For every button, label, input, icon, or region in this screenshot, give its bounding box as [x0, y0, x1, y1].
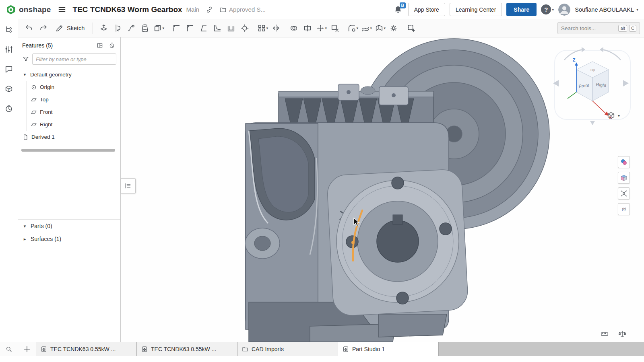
doc-tab-cad-imports[interactable]: CAD Imports: [237, 342, 338, 356]
chevron-right-icon[interactable]: ▸: [22, 237, 27, 242]
chevron-down-icon[interactable]: ▾: [22, 72, 27, 77]
tool-thicken-button[interactable]: ▾: [152, 21, 165, 35]
x-axis: [592, 101, 606, 114]
configurations-button[interactable]: [3, 43, 15, 56]
tool-surface-button[interactable]: ▾: [359, 21, 373, 35]
parts-section[interactable]: ▾ Parts (0): [18, 220, 120, 232]
tool-split-button[interactable]: [301, 21, 314, 35]
toolbar-group-gap: [165, 28, 169, 29]
viewport-3d[interactable]: Top Front Right Z X ▾ (x): [121, 37, 644, 342]
main-toolbar: Sketch ▾▾▾▾▾▾ alt C: [18, 19, 644, 37]
surfaces-section[interactable]: ▸ Surfaces (1): [18, 232, 120, 245]
tool-loft-button[interactable]: [138, 21, 152, 35]
doc-tab-part-studio-1[interactable]: Part Studio 1: [338, 342, 439, 356]
measure-button[interactable]: [599, 328, 610, 339]
plane-icon: [31, 97, 37, 103]
tool-delete-part-button[interactable]: [328, 21, 342, 35]
tool-linear-pattern-button[interactable]: ▾: [256, 21, 269, 35]
document-location[interactable]: Approved S...: [219, 6, 266, 13]
onshape-logo[interactable]: onshape: [6, 4, 51, 15]
rotate-down-arrow[interactable]: [590, 121, 595, 125]
tool-hole-button[interactable]: [238, 21, 252, 35]
tool-chamfer-button[interactable]: [183, 21, 197, 35]
feature-tree-row[interactable]: ▾Default geometry: [18, 68, 120, 81]
tool-transform-button[interactable]: ▾: [314, 21, 328, 35]
loft-icon: [140, 24, 149, 33]
output-flange[interactable]: [326, 169, 469, 316]
tool-box-select-button[interactable]: [405, 21, 418, 35]
search-tools-box[interactable]: alt C: [557, 22, 640, 34]
avatar[interactable]: [558, 4, 570, 16]
tool-draft-button[interactable]: [197, 21, 211, 35]
history-button[interactable]: [3, 103, 15, 115]
brand-name: onshape: [19, 5, 51, 14]
comments-icon: [4, 65, 13, 74]
window-bottom-strip: [0, 356, 644, 362]
chevron-down-icon[interactable]: ▾: [370, 26, 372, 30]
tool-mirror-button[interactable]: [269, 21, 283, 35]
roll-right-arrow[interactable]: [602, 49, 621, 60]
main-menu-button[interactable]: [56, 4, 68, 16]
chevron-down-icon[interactable]: ▾: [266, 26, 268, 30]
folder-label: Approved S...: [229, 6, 266, 13]
tool-revolve-button[interactable]: [111, 21, 124, 35]
feature-label: Right: [40, 121, 53, 128]
redo-button[interactable]: [37, 21, 50, 35]
feature-filter-input[interactable]: [32, 53, 116, 65]
app-store-button[interactable]: App Store: [408, 3, 445, 16]
tool-rib-button[interactable]: [211, 21, 224, 35]
chevron-down-icon[interactable]: ▾: [22, 224, 27, 229]
tool-modify-fillet-button[interactable]: ▾: [346, 21, 359, 35]
feature-panel: Features (5) ▾Default geometryOriginTopF…: [18, 37, 121, 342]
chevron-down-icon[interactable]: ▾: [357, 26, 359, 30]
variables-panel-button[interactable]: (x): [618, 203, 630, 215]
tool-custom-feature-button[interactable]: [387, 21, 400, 35]
chevron-down-icon[interactable]: ▾: [163, 26, 165, 30]
user-menu-button[interactable]: Soufiane ABOULAAKL ▾: [575, 4, 638, 16]
tool-fillet-button[interactable]: [169, 21, 183, 35]
tool-sheet-metal-button[interactable]: ▾: [373, 21, 387, 35]
help-box-button[interactable]: ?: [3, 83, 15, 95]
feature-tree-row[interactable]: Derived 1: [18, 131, 120, 143]
transform-icon: [316, 24, 325, 33]
feature-tree-row[interactable]: Right: [27, 118, 120, 131]
rotate-left-arrow[interactable]: [553, 80, 559, 86]
share-button[interactable]: Share: [506, 3, 537, 16]
appearances-panel-button[interactable]: [618, 156, 630, 168]
chevron-down-icon[interactable]: ▾: [384, 26, 386, 30]
feature-tree-row[interactable]: Front: [27, 106, 120, 118]
regeneration-time-button[interactable]: [107, 41, 116, 50]
doc-tab-tec-tcndk63-0-55kw[interactable]: TEC TCNDK63 0.55kW ...: [137, 342, 237, 356]
mass-properties-button[interactable]: [617, 328, 628, 339]
secondary-panel-toggle[interactable]: [121, 178, 136, 193]
tool-boolean-button[interactable]: [287, 21, 301, 35]
exploded-views-panel-button[interactable]: [618, 187, 630, 200]
share-link-button[interactable]: [203, 4, 215, 16]
view-options-button[interactable]: ▾: [605, 110, 622, 121]
comments-button[interactable]: [3, 63, 15, 75]
feature-list-button[interactable]: [3, 24, 15, 36]
help-menu-button[interactable]: ? ▾: [541, 4, 554, 16]
search-tools-input[interactable]: [561, 25, 616, 31]
sketch-button[interactable]: Sketch: [51, 21, 89, 35]
dock-panel-button[interactable]: [95, 41, 104, 50]
tool-shell-button[interactable]: [224, 21, 238, 35]
toolbar-group-gap: [283, 28, 287, 29]
add-tab-button[interactable]: [18, 342, 36, 356]
undo-button[interactable]: [22, 21, 36, 35]
feature-tree-row[interactable]: Origin: [27, 81, 120, 93]
sheet-metal-icon: [375, 24, 384, 33]
rotate-right-arrow[interactable]: [623, 80, 629, 86]
doc-tab-tec-tcndk63-0-55kw[interactable]: TEC TCNDK63 0.55kW ...: [36, 342, 137, 356]
notifications-button[interactable]: B: [392, 4, 404, 15]
tab-search-button[interactable]: [0, 342, 18, 356]
rollback-bar[interactable]: [21, 149, 115, 152]
tool-extrude-button[interactable]: [97, 21, 111, 35]
workspace-name[interactable]: Main: [186, 6, 200, 13]
display-states-panel-button[interactable]: [618, 172, 630, 184]
exploded-views-icon: [620, 189, 628, 197]
learning-center-button[interactable]: Learning Center: [450, 3, 502, 16]
tool-sweep-button[interactable]: [124, 21, 138, 35]
feature-tree-row[interactable]: Top: [27, 93, 120, 106]
chevron-down-icon[interactable]: ▾: [325, 26, 327, 30]
